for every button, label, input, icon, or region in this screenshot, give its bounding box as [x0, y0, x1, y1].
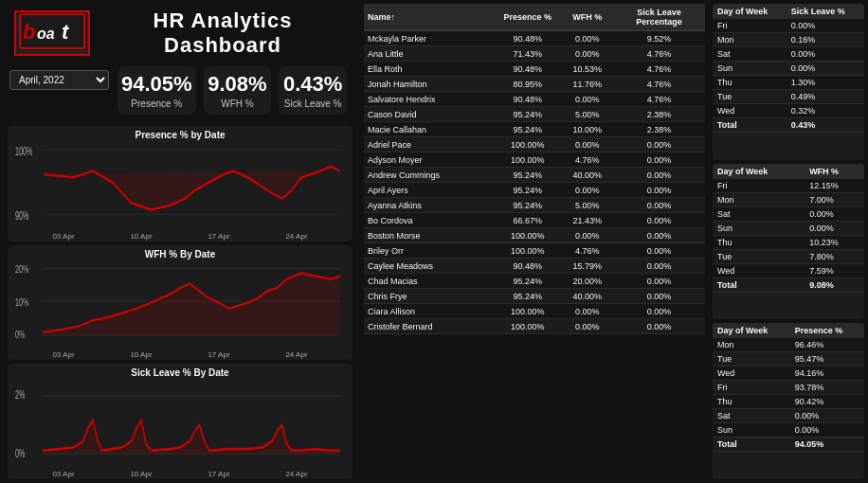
- presence-stat-header-row: Day of Week Presence %: [713, 323, 864, 338]
- date-selector: April, 2022: [9, 66, 114, 115]
- presence-label: Presence %: [121, 98, 192, 109]
- table-cell-2: 40.00%: [562, 289, 613, 304]
- presence-stat-row: Sun0.00%: [713, 423, 864, 438]
- dashboard-title: HR Analytics Dashboard: [95, 9, 351, 58]
- table-row: Adriel Pace100.00%0.00%0.00%: [364, 137, 705, 152]
- svg-text:b: b: [23, 20, 35, 44]
- sick-leave-stat-header-row: Day of Week Sick Leave %: [713, 4, 864, 19]
- table-cell-0: Jonah Hamilton: [364, 77, 494, 92]
- table-row: Macie Callahan95.24%10.00%2.38%: [364, 122, 705, 137]
- metrics-row: April, 2022 94.05% Presence % 9.08% WFH …: [0, 66, 360, 122]
- wfh-x-label-1: 03 Apr: [52, 350, 74, 359]
- sick-leave-stat-row: Fri0.00%: [713, 19, 864, 33]
- sick-leave-x-label-4: 24 Apr: [285, 470, 307, 478]
- table-cell-3: 0.00%: [613, 304, 705, 319]
- table-cell-0: Macie Callahan: [364, 122, 494, 137]
- wfh-stat-row: Mon7.00%: [713, 192, 864, 206]
- table-cell-0: Adriel Pace: [364, 137, 494, 152]
- x-label-2: 10 Apr: [130, 232, 152, 241]
- table-row: April Ayers95.24%0.00%0.00%: [364, 183, 705, 198]
- table-cell-3: 2.38%: [613, 107, 705, 122]
- table-cell-3: 0.00%: [613, 152, 705, 168]
- table-cell-2: 0.00%: [562, 137, 613, 152]
- wfh-stat-row: Tue7.80%: [713, 249, 864, 263]
- wfh-chart-card: WFH % By Date 20% 10% 0% 03 Apr: [8, 245, 353, 361]
- svg-text:0%: 0%: [15, 330, 25, 341]
- table-cell-1: 66.67%: [494, 213, 562, 228]
- wfh-x-label-2: 10 Apr: [130, 350, 152, 359]
- table-cell-3: 0.00%: [613, 198, 705, 213]
- sick-leave-total-row: Total0.43%: [713, 118, 864, 133]
- table-cell-1: 100.00%: [494, 137, 562, 152]
- presence-stat-row: Mon96.46%: [713, 338, 864, 352]
- presence-x-labels: 03 Apr 10 Apr 17 Apr 24 Apr: [15, 232, 345, 241]
- table-cell-1: 95.24%: [494, 198, 562, 213]
- wfh-stat-header: Day of Week WFH %: [713, 164, 864, 179]
- wfh-stat-row: Sat0.00%: [713, 206, 864, 221]
- table-cell-2: 0.00%: [562, 304, 613, 319]
- table-row: Ana Little71.43%0.00%4.76%: [364, 46, 705, 62]
- sick-leave-value: 0.43%: [282, 72, 343, 97]
- table-cell-2: 21.43%: [562, 213, 613, 228]
- presence-chart-title: Presence % by Date: [15, 130, 345, 140]
- wfh-value: 9.08%: [208, 72, 268, 97]
- table-row: Ella Roth90.48%10.53%4.76%: [364, 62, 705, 77]
- table-cell-0: Andrew Cummings: [364, 168, 494, 183]
- table-row: Cristofer Bernard100.00%0.00%0.00%: [364, 319, 705, 334]
- table-cell-3: 0.00%: [613, 183, 705, 198]
- table-cell-2: 4.76%: [562, 152, 613, 168]
- table-row: Chris Frye95.24%40.00%0.00%: [364, 289, 705, 304]
- table-cell-0: Ayanna Atkins: [364, 198, 494, 213]
- wfh-stat-row: Fri12.15%: [713, 179, 864, 193]
- table-cell-3: 0.00%: [613, 137, 705, 152]
- sick-leave-chart-svg: 2% 0%: [15, 380, 345, 469]
- svg-text:100%: 100%: [15, 145, 33, 157]
- presence-chart-area: 100% 90%: [15, 142, 345, 231]
- table-cell-2: 40.00%: [562, 168, 613, 183]
- wfh-chart-svg: 20% 10% 0%: [15, 261, 345, 350]
- table-cell-1: 95.24%: [494, 183, 562, 198]
- sick-leave-chart-card: Sick Leave % By Date 2% 0% 03 Apr 10 Apr…: [8, 364, 353, 479]
- table-cell-1: 100.00%: [494, 228, 562, 243]
- table-row: Salvatore Hendrix90.48%0.00%4.76%: [364, 92, 705, 107]
- header: b oa t HR Analytics Dashboard: [0, 0, 360, 66]
- col-header-name: Name↑: [364, 4, 494, 31]
- sick-leave-col1-header: Day of Week: [713, 4, 787, 19]
- sick-leave-stat-row: Tue0.49%: [713, 90, 864, 104]
- presence-stat-row: Fri93.78%: [713, 381, 864, 395]
- presence-stat-row: Thu90.42%: [713, 395, 864, 409]
- table-body: Mckayla Parker90.48%0.00%9.52%Ana Little…: [364, 31, 705, 334]
- sick-leave-stat-row: Sat0.00%: [713, 47, 864, 62]
- table-cell-3: 4.76%: [613, 77, 705, 92]
- table-cell-1: 95.24%: [494, 289, 562, 304]
- sick-leave-metric-card: 0.43% Sick Leave %: [279, 66, 347, 115]
- svg-text:10%: 10%: [15, 296, 28, 308]
- sick-leave-x-labels: 03 Apr 10 Apr 17 Apr 24 Apr: [15, 470, 345, 478]
- table-cell-3: 0.00%: [613, 319, 705, 334]
- table-cell-3: 0.00%: [613, 228, 705, 243]
- logo-icon: b oa t: [18, 12, 86, 55]
- table-cell-0: Briley Orr: [364, 243, 494, 259]
- charts-section: Presence % by Date 100% 90% 03 Apr 10 Ap…: [0, 122, 360, 483]
- table-cell-1: 90.48%: [494, 92, 562, 107]
- table-cell-1: 100.00%: [494, 152, 562, 168]
- date-dropdown[interactable]: April, 2022: [9, 70, 109, 90]
- table-cell-2: 0.00%: [562, 31, 613, 46]
- presence-metric-card: 94.05% Presence %: [118, 66, 196, 115]
- sick-leave-col2-header: Sick Leave %: [787, 4, 864, 19]
- table-cell-1: 95.24%: [494, 168, 562, 183]
- table-cell-0: Caylee Meadows: [364, 259, 494, 274]
- presence-stat-header: Day of Week Presence %: [713, 323, 864, 338]
- right-panel: Day of Week Sick Leave % Fri0.00%Mon0.16…: [709, 0, 868, 483]
- sick-leave-stat-card: Day of Week Sick Leave % Fri0.00%Mon0.16…: [713, 4, 864, 160]
- sick-leave-x-label-2: 10 Apr: [130, 470, 152, 478]
- table-cell-2: 10.53%: [562, 62, 613, 77]
- svg-text:90%: 90%: [15, 209, 29, 222]
- wfh-total-row: Total9.08%: [713, 277, 864, 292]
- table-cell-1: 95.24%: [494, 107, 562, 122]
- wfh-stat-body: Fri12.15%Mon7.00%Sat0.00%Sun0.00%Thu10.2…: [713, 179, 864, 293]
- wfh-chart-title: WFH % By Date: [15, 249, 345, 259]
- table-cell-3: 0.00%: [613, 243, 705, 259]
- svg-text:0%: 0%: [15, 447, 26, 459]
- table-cell-3: 0.00%: [613, 213, 705, 228]
